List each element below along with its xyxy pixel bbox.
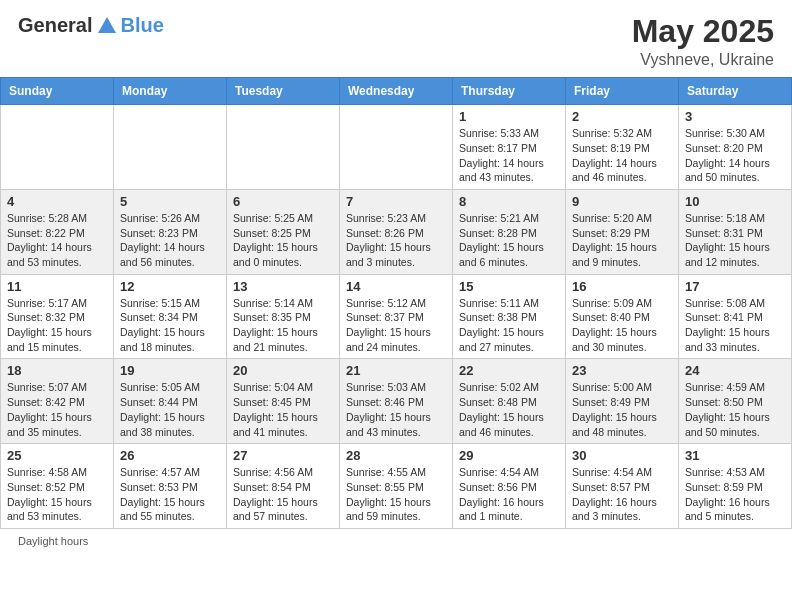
day-number: 29	[459, 448, 559, 463]
calendar-day-header: Friday	[566, 78, 679, 105]
day-number: 6	[233, 194, 333, 209]
logo: General Blue	[18, 14, 164, 37]
day-number: 19	[120, 363, 220, 378]
day-number: 26	[120, 448, 220, 463]
day-info: Sunrise: 5:33 AM Sunset: 8:17 PM Dayligh…	[459, 126, 559, 185]
day-number: 15	[459, 279, 559, 294]
location-title: Vyshneve, Ukraine	[632, 51, 774, 69]
day-number: 17	[685, 279, 785, 294]
title-area: May 2025 Vyshneve, Ukraine	[632, 14, 774, 69]
day-info: Sunrise: 5:09 AM Sunset: 8:40 PM Dayligh…	[572, 296, 672, 355]
calendar-week-row: 11Sunrise: 5:17 AM Sunset: 8:32 PM Dayli…	[1, 274, 792, 359]
day-number: 30	[572, 448, 672, 463]
calendar-cell: 11Sunrise: 5:17 AM Sunset: 8:32 PM Dayli…	[1, 274, 114, 359]
calendar-week-row: 1Sunrise: 5:33 AM Sunset: 8:17 PM Daylig…	[1, 105, 792, 190]
calendar-cell: 17Sunrise: 5:08 AM Sunset: 8:41 PM Dayli…	[679, 274, 792, 359]
calendar-cell	[340, 105, 453, 190]
day-info: Sunrise: 5:25 AM Sunset: 8:25 PM Dayligh…	[233, 211, 333, 270]
calendar-cell: 19Sunrise: 5:05 AM Sunset: 8:44 PM Dayli…	[114, 359, 227, 444]
svg-marker-0	[98, 17, 116, 33]
day-info: Sunrise: 4:56 AM Sunset: 8:54 PM Dayligh…	[233, 465, 333, 524]
logo-text-general: General	[18, 14, 92, 37]
calendar-week-row: 4Sunrise: 5:28 AM Sunset: 8:22 PM Daylig…	[1, 189, 792, 274]
calendar-cell: 7Sunrise: 5:23 AM Sunset: 8:26 PM Daylig…	[340, 189, 453, 274]
calendar-cell: 9Sunrise: 5:20 AM Sunset: 8:29 PM Daylig…	[566, 189, 679, 274]
calendar-cell: 13Sunrise: 5:14 AM Sunset: 8:35 PM Dayli…	[227, 274, 340, 359]
calendar-cell: 4Sunrise: 5:28 AM Sunset: 8:22 PM Daylig…	[1, 189, 114, 274]
calendar-day-header: Saturday	[679, 78, 792, 105]
calendar-cell: 27Sunrise: 4:56 AM Sunset: 8:54 PM Dayli…	[227, 444, 340, 529]
calendar-cell: 28Sunrise: 4:55 AM Sunset: 8:55 PM Dayli…	[340, 444, 453, 529]
day-info: Sunrise: 5:20 AM Sunset: 8:29 PM Dayligh…	[572, 211, 672, 270]
day-info: Sunrise: 4:54 AM Sunset: 8:56 PM Dayligh…	[459, 465, 559, 524]
day-number: 22	[459, 363, 559, 378]
day-info: Sunrise: 5:08 AM Sunset: 8:41 PM Dayligh…	[685, 296, 785, 355]
day-number: 4	[7, 194, 107, 209]
day-number: 1	[459, 109, 559, 124]
day-number: 23	[572, 363, 672, 378]
page-header: General Blue May 2025 Vyshneve, Ukraine	[0, 0, 792, 77]
day-number: 11	[7, 279, 107, 294]
calendar-cell: 31Sunrise: 4:53 AM Sunset: 8:59 PM Dayli…	[679, 444, 792, 529]
calendar-cell: 3Sunrise: 5:30 AM Sunset: 8:20 PM Daylig…	[679, 105, 792, 190]
calendar-cell: 29Sunrise: 4:54 AM Sunset: 8:56 PM Dayli…	[453, 444, 566, 529]
day-info: Sunrise: 5:00 AM Sunset: 8:49 PM Dayligh…	[572, 380, 672, 439]
day-number: 9	[572, 194, 672, 209]
calendar-header-row: SundayMondayTuesdayWednesdayThursdayFrid…	[1, 78, 792, 105]
calendar-cell: 21Sunrise: 5:03 AM Sunset: 8:46 PM Dayli…	[340, 359, 453, 444]
day-info: Sunrise: 5:15 AM Sunset: 8:34 PM Dayligh…	[120, 296, 220, 355]
logo-text-blue: Blue	[120, 14, 163, 37]
day-number: 12	[120, 279, 220, 294]
day-info: Sunrise: 4:55 AM Sunset: 8:55 PM Dayligh…	[346, 465, 446, 524]
calendar-cell: 10Sunrise: 5:18 AM Sunset: 8:31 PM Dayli…	[679, 189, 792, 274]
day-info: Sunrise: 5:07 AM Sunset: 8:42 PM Dayligh…	[7, 380, 107, 439]
day-info: Sunrise: 5:12 AM Sunset: 8:37 PM Dayligh…	[346, 296, 446, 355]
day-info: Sunrise: 5:18 AM Sunset: 8:31 PM Dayligh…	[685, 211, 785, 270]
calendar-cell: 24Sunrise: 4:59 AM Sunset: 8:50 PM Dayli…	[679, 359, 792, 444]
calendar-day-header: Wednesday	[340, 78, 453, 105]
calendar-cell	[1, 105, 114, 190]
calendar-cell: 26Sunrise: 4:57 AM Sunset: 8:53 PM Dayli…	[114, 444, 227, 529]
day-info: Sunrise: 5:02 AM Sunset: 8:48 PM Dayligh…	[459, 380, 559, 439]
month-title: May 2025	[632, 14, 774, 49]
day-info: Sunrise: 5:04 AM Sunset: 8:45 PM Dayligh…	[233, 380, 333, 439]
calendar-cell: 5Sunrise: 5:26 AM Sunset: 8:23 PM Daylig…	[114, 189, 227, 274]
daylight-hours-label: Daylight hours	[18, 535, 88, 547]
day-info: Sunrise: 5:32 AM Sunset: 8:19 PM Dayligh…	[572, 126, 672, 185]
day-info: Sunrise: 5:17 AM Sunset: 8:32 PM Dayligh…	[7, 296, 107, 355]
calendar-week-row: 25Sunrise: 4:58 AM Sunset: 8:52 PM Dayli…	[1, 444, 792, 529]
calendar-cell: 8Sunrise: 5:21 AM Sunset: 8:28 PM Daylig…	[453, 189, 566, 274]
day-info: Sunrise: 5:11 AM Sunset: 8:38 PM Dayligh…	[459, 296, 559, 355]
day-info: Sunrise: 5:03 AM Sunset: 8:46 PM Dayligh…	[346, 380, 446, 439]
calendar-day-header: Tuesday	[227, 78, 340, 105]
calendar-cell	[227, 105, 340, 190]
day-number: 7	[346, 194, 446, 209]
day-info: Sunrise: 4:57 AM Sunset: 8:53 PM Dayligh…	[120, 465, 220, 524]
calendar-day-header: Monday	[114, 78, 227, 105]
day-info: Sunrise: 5:30 AM Sunset: 8:20 PM Dayligh…	[685, 126, 785, 185]
day-info: Sunrise: 4:58 AM Sunset: 8:52 PM Dayligh…	[7, 465, 107, 524]
calendar-cell: 16Sunrise: 5:09 AM Sunset: 8:40 PM Dayli…	[566, 274, 679, 359]
calendar-cell: 2Sunrise: 5:32 AM Sunset: 8:19 PM Daylig…	[566, 105, 679, 190]
day-info: Sunrise: 5:05 AM Sunset: 8:44 PM Dayligh…	[120, 380, 220, 439]
calendar-cell: 12Sunrise: 5:15 AM Sunset: 8:34 PM Dayli…	[114, 274, 227, 359]
day-number: 3	[685, 109, 785, 124]
calendar-cell: 15Sunrise: 5:11 AM Sunset: 8:38 PM Dayli…	[453, 274, 566, 359]
day-info: Sunrise: 5:23 AM Sunset: 8:26 PM Dayligh…	[346, 211, 446, 270]
day-number: 31	[685, 448, 785, 463]
calendar-cell: 1Sunrise: 5:33 AM Sunset: 8:17 PM Daylig…	[453, 105, 566, 190]
day-info: Sunrise: 5:14 AM Sunset: 8:35 PM Dayligh…	[233, 296, 333, 355]
day-info: Sunrise: 4:54 AM Sunset: 8:57 PM Dayligh…	[572, 465, 672, 524]
day-info: Sunrise: 5:26 AM Sunset: 8:23 PM Dayligh…	[120, 211, 220, 270]
day-number: 5	[120, 194, 220, 209]
calendar-cell: 14Sunrise: 5:12 AM Sunset: 8:37 PM Dayli…	[340, 274, 453, 359]
footer-note: Daylight hours	[0, 529, 792, 553]
calendar-day-header: Sunday	[1, 78, 114, 105]
day-info: Sunrise: 4:59 AM Sunset: 8:50 PM Dayligh…	[685, 380, 785, 439]
calendar-week-row: 18Sunrise: 5:07 AM Sunset: 8:42 PM Dayli…	[1, 359, 792, 444]
calendar-cell: 30Sunrise: 4:54 AM Sunset: 8:57 PM Dayli…	[566, 444, 679, 529]
day-number: 24	[685, 363, 785, 378]
logo-icon	[96, 15, 118, 37]
day-number: 2	[572, 109, 672, 124]
calendar-day-header: Thursday	[453, 78, 566, 105]
